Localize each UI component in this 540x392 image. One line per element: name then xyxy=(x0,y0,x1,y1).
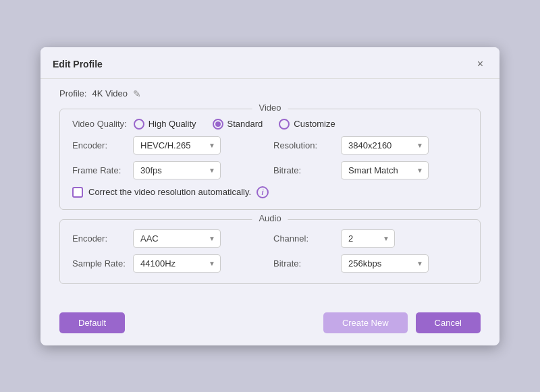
channel-label: Channel: xyxy=(273,233,334,244)
channel-col: Channel: 2 1 6 ▼ xyxy=(273,229,468,248)
framerate-col: Frame Rate: 30fps 60fps 24fps 25fps ▼ xyxy=(72,161,267,179)
audio-bitrate-col: Bitrate: 256kbps 128kbps 192kbps 320kbps… xyxy=(273,254,468,273)
audio-bitrate-label: Bitrate: xyxy=(273,258,334,269)
video-bitrate-label: Bitrate: xyxy=(273,165,334,175)
video-encoder-select[interactable]: HEVC/H.265 H.264 VP9 xyxy=(133,136,221,155)
dialog-footer: Default Create New Cancel xyxy=(40,306,500,345)
dialog-title: Edit Profile xyxy=(53,59,103,69)
resolution-label: Resolution: xyxy=(273,140,334,150)
radio-customize-label: Customize xyxy=(294,119,335,129)
cancel-button[interactable]: Cancel xyxy=(416,312,481,333)
channel-select-wrapper: 2 1 6 ▼ xyxy=(341,229,395,248)
edit-profile-icon[interactable]: ✎ xyxy=(133,88,141,99)
radio-high-quality[interactable]: High Quality xyxy=(134,119,196,130)
checkbox-label: Correct the video resolution automatical… xyxy=(88,187,251,197)
audio-section-title: Audio xyxy=(252,213,288,223)
radio-customize-circle xyxy=(279,119,290,130)
edit-profile-dialog: Edit Profile × Profile: 4K Video ✎ Video… xyxy=(40,47,500,345)
audio-encoder-col: Encoder: AAC MP3 AC3 ▼ xyxy=(72,229,267,248)
video-quality-row: Video Quality: High Quality Standard Cus… xyxy=(72,119,468,130)
radio-high-quality-label: High Quality xyxy=(148,119,196,129)
video-bitrate-col: Bitrate: Smart Match 4Mbps 8Mbps 16Mbps … xyxy=(273,161,468,179)
resolution-select-wrapper: 3840x2160 1920x1080 1280x720 ▼ xyxy=(341,136,429,155)
profile-label: Profile: xyxy=(59,88,86,99)
radio-standard-label: Standard xyxy=(227,119,263,129)
checkbox-row: Correct the video resolution automatical… xyxy=(72,186,468,198)
video-section: Video Video Quality: High Quality Standa… xyxy=(59,109,481,210)
channel-select[interactable]: 2 1 6 xyxy=(341,229,395,248)
video-bitrate-select[interactable]: Smart Match 4Mbps 8Mbps 16Mbps xyxy=(341,161,429,179)
audio-encoder-select-wrapper: AAC MP3 AC3 ▼ xyxy=(133,229,221,248)
radio-high-quality-circle xyxy=(134,119,144,130)
create-new-button[interactable]: Create New xyxy=(323,312,408,333)
encoder-col: Encoder: HEVC/H.265 H.264 VP9 ▼ xyxy=(72,136,267,155)
resolution-col: Resolution: 3840x2160 1920x1080 1280x720… xyxy=(273,136,468,155)
radio-customize[interactable]: Customize xyxy=(279,119,335,130)
audio-bitrate-select-wrapper: 256kbps 128kbps 192kbps 320kbps ▼ xyxy=(341,254,429,273)
framerate-select-wrapper: 30fps 60fps 24fps 25fps ▼ xyxy=(133,161,221,179)
profile-row: Profile: 4K Video ✎ xyxy=(59,88,481,99)
resolution-select[interactable]: 3840x2160 1920x1080 1280x720 xyxy=(341,136,429,155)
video-bitrate-select-wrapper: Smart Match 4Mbps 8Mbps 16Mbps ▼ xyxy=(341,161,429,179)
samplerate-select[interactable]: 44100Hz 48000Hz 22050Hz xyxy=(133,254,221,273)
framerate-label: Frame Rate: xyxy=(72,165,126,175)
title-bar: Edit Profile × xyxy=(40,47,500,79)
video-encoder-label: Encoder: xyxy=(72,140,126,150)
right-button-group: Create New Cancel xyxy=(323,312,481,333)
audio-encoder-channel-row: Encoder: AAC MP3 AC3 ▼ Channel: xyxy=(72,229,468,248)
samplerate-bitrate-row: Sample Rate: 44100Hz 48000Hz 22050Hz ▼ B… xyxy=(72,254,468,273)
framerate-bitrate-row: Frame Rate: 30fps 60fps 24fps 25fps ▼ Bi… xyxy=(72,161,468,179)
audio-encoder-label: Encoder: xyxy=(72,233,126,244)
framerate-select[interactable]: 30fps 60fps 24fps 25fps xyxy=(133,161,221,179)
encoder-resolution-row: Encoder: HEVC/H.265 H.264 VP9 ▼ Resoluti… xyxy=(72,136,468,155)
video-section-title: Video xyxy=(252,103,288,113)
dialog-content: Profile: 4K Video ✎ Video Video Quality:… xyxy=(40,79,500,306)
audio-bitrate-select[interactable]: 256kbps 128kbps 192kbps 320kbps xyxy=(341,254,429,273)
default-button[interactable]: Default xyxy=(59,312,125,333)
close-button[interactable]: × xyxy=(473,57,487,72)
auto-correct-checkbox[interactable] xyxy=(72,187,83,198)
profile-name: 4K Video xyxy=(92,88,128,99)
quality-label: Video Quality: xyxy=(72,119,127,129)
samplerate-col: Sample Rate: 44100Hz 48000Hz 22050Hz ▼ xyxy=(72,254,267,273)
radio-standard[interactable]: Standard xyxy=(213,119,263,130)
samplerate-select-wrapper: 44100Hz 48000Hz 22050Hz ▼ xyxy=(133,254,221,273)
quality-radio-group: High Quality Standard Customize xyxy=(134,119,468,130)
info-icon[interactable]: i xyxy=(256,186,269,198)
radio-standard-circle xyxy=(213,119,223,130)
audio-encoder-select[interactable]: AAC MP3 AC3 xyxy=(133,229,221,248)
video-encoder-select-wrapper: HEVC/H.265 H.264 VP9 ▼ xyxy=(133,136,221,155)
samplerate-label: Sample Rate: xyxy=(72,258,126,269)
audio-section: Audio Encoder: AAC MP3 AC3 ▼ Channel xyxy=(59,219,481,284)
